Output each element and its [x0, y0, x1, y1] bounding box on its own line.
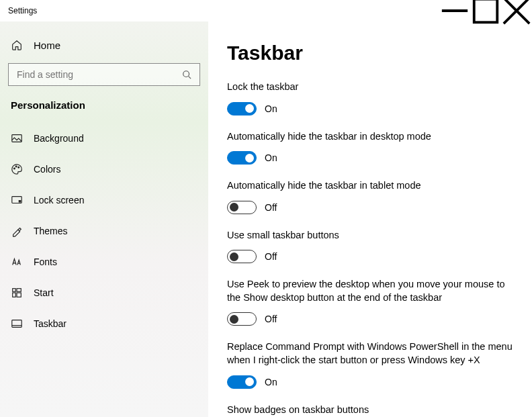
- start-icon: [11, 287, 23, 299]
- home-label: Home: [34, 40, 60, 51]
- sidebar-item-start[interactable]: Start: [0, 277, 208, 308]
- setting-row: Show badges on taskbar buttonsOn: [227, 404, 513, 418]
- toggle-switch[interactable]: [227, 151, 257, 165]
- sidebar-item-themes[interactable]: Themes: [0, 216, 208, 246]
- minimize-button[interactable]: [439, 0, 470, 21]
- svg-rect-12: [13, 289, 16, 292]
- toggle-switch[interactable]: [227, 375, 257, 389]
- toggle-state-text: On: [265, 103, 277, 114]
- sidebar-item-label: Lock screen: [34, 195, 84, 205]
- toggle-state-text: On: [265, 377, 277, 387]
- maximize-button[interactable]: [470, 0, 501, 21]
- setting-row: Use Peek to preview the desktop when you…: [227, 278, 513, 326]
- palette-icon: [11, 163, 23, 175]
- svg-point-4: [183, 71, 189, 77]
- toggle-state-text: Off: [265, 202, 277, 213]
- svg-rect-14: [13, 293, 16, 297]
- setting-label: Show badges on taskbar buttons: [227, 404, 513, 417]
- svg-rect-1: [474, 0, 498, 22]
- svg-point-7: [14, 168, 15, 169]
- sidebar-item-label: Colors: [34, 164, 60, 175]
- svg-rect-15: [17, 293, 21, 297]
- taskbar-icon: [11, 318, 23, 330]
- home-icon: [11, 39, 23, 51]
- toggle-switch[interactable]: [227, 250, 257, 263]
- setting-label: Automatically hide the taskbar in deskto…: [227, 130, 513, 144]
- page-title: Taskbar: [227, 42, 513, 64]
- fonts-icon: [11, 256, 23, 268]
- sidebar-item-fonts[interactable]: Fonts: [0, 246, 208, 277]
- sidebar-item-label: Taskbar: [34, 318, 66, 329]
- setting-label: Lock the taskbar: [227, 81, 513, 94]
- toggle-switch[interactable]: [227, 201, 257, 214]
- sidebar-item-colors[interactable]: Colors: [0, 154, 208, 185]
- sidebar-item-label: Fonts: [34, 257, 57, 267]
- toggle-state-text: Off: [265, 314, 277, 324]
- section-title: Personalization: [0, 94, 208, 123]
- svg-line-5: [189, 77, 191, 79]
- setting-row: Automatically hide the taskbar in tablet…: [227, 179, 513, 214]
- sidebar: Home Personalization Background Colors: [0, 21, 208, 417]
- toggle-state-text: On: [265, 152, 277, 163]
- setting-row: Automatically hide the taskbar in deskto…: [227, 130, 513, 165]
- svg-point-8: [15, 166, 17, 167]
- sidebar-item-background[interactable]: Background: [0, 123, 208, 154]
- setting-row: Lock the taskbarOn: [227, 81, 513, 115]
- svg-rect-11: [19, 200, 21, 203]
- setting-label: Use Peek to preview the desktop when you…: [227, 278, 513, 304]
- toggle-switch[interactable]: [227, 312, 257, 326]
- close-button[interactable]: [501, 0, 532, 21]
- setting-label: Replace Command Prompt with Windows Powe…: [227, 340, 513, 367]
- svg-point-9: [18, 167, 19, 168]
- lock-screen-icon: [11, 194, 23, 206]
- svg-rect-16: [12, 320, 21, 328]
- search-box[interactable]: [8, 63, 200, 86]
- sidebar-item-taskbar[interactable]: Taskbar: [0, 308, 208, 339]
- setting-row: Use small taskbar buttonsOff: [227, 229, 513, 264]
- picture-icon: [11, 132, 23, 144]
- sidebar-item-lock-screen[interactable]: Lock screen: [0, 185, 208, 216]
- sidebar-item-label: Themes: [34, 226, 68, 236]
- setting-label: Use small taskbar buttons: [227, 229, 513, 242]
- svg-rect-13: [17, 289, 21, 292]
- search-input[interactable]: [15, 68, 181, 81]
- sidebar-item-label: Start: [34, 287, 54, 298]
- home-nav[interactable]: Home: [0, 31, 208, 59]
- sidebar-item-label: Background: [34, 133, 84, 144]
- content-pane: Taskbar Lock the taskbarOnAutomatically …: [208, 21, 532, 417]
- toggle-switch[interactable]: [227, 102, 257, 115]
- setting-row: Replace Command Prompt with Windows Powe…: [227, 340, 513, 388]
- themes-icon: [11, 225, 23, 237]
- titlebar: Settings: [0, 0, 532, 21]
- search-icon: [181, 68, 193, 81]
- window-title: Settings: [8, 6, 37, 15]
- toggle-state-text: Off: [265, 251, 277, 262]
- setting-label: Automatically hide the taskbar in tablet…: [227, 179, 513, 193]
